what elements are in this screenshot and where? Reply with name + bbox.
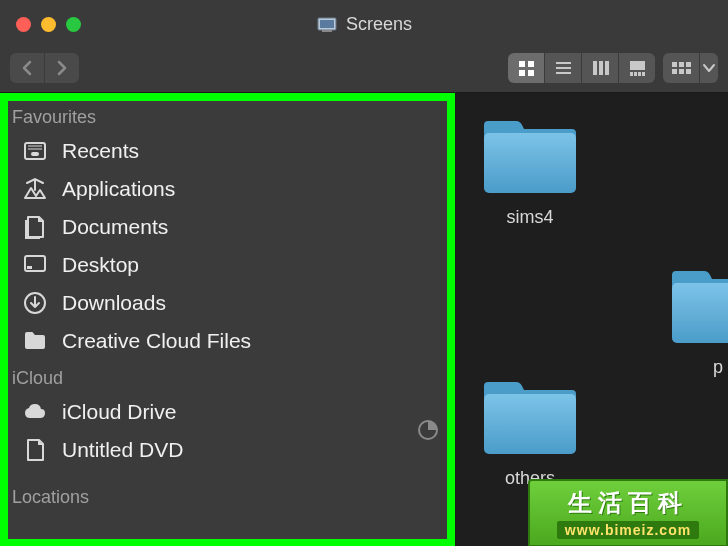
window-controls xyxy=(16,17,81,32)
folder-label: sims4 xyxy=(506,207,553,228)
documents-icon xyxy=(22,214,48,240)
view-mode-group xyxy=(508,53,655,83)
desktop-icon xyxy=(22,252,48,278)
arrange-menu-button[interactable] xyxy=(699,53,718,83)
sidebar-item-untitled-dvd[interactable]: Untitled DVD xyxy=(0,431,455,469)
disc-icon xyxy=(22,437,48,463)
arrange-icon xyxy=(669,59,694,77)
sidebar-item-creative-cloud[interactable]: Creative Cloud Files xyxy=(0,322,455,360)
sidebar-item-label: iCloud Drive xyxy=(62,400,176,424)
watermark: 生活百科 www.bimeiz.com xyxy=(528,479,728,546)
section-header-locations: Locations xyxy=(0,479,455,512)
window-title-text: Screens xyxy=(346,14,412,35)
folder-icon xyxy=(480,117,580,197)
titlebar: Screens xyxy=(0,0,728,48)
list-icon xyxy=(553,58,574,79)
arrange-button[interactable] xyxy=(663,53,699,83)
content-area: sims4 others p 生活百科 www.bimeiz.com xyxy=(456,93,728,546)
icon-view-button[interactable] xyxy=(508,53,544,83)
watermark-url: www.bimeiz.com xyxy=(557,521,699,539)
sync-progress-icon xyxy=(417,419,439,441)
close-window-button[interactable] xyxy=(16,17,31,32)
back-button[interactable] xyxy=(10,53,44,83)
sidebar-item-applications[interactable]: Applications xyxy=(0,170,455,208)
sidebar-item-label: Untitled DVD xyxy=(62,438,183,462)
forward-button[interactable] xyxy=(44,53,79,83)
minimize-window-button[interactable] xyxy=(41,17,56,32)
sidebar-item-downloads[interactable]: Downloads xyxy=(0,284,455,322)
cloud-icon xyxy=(22,399,48,425)
sidebar-item-label: Applications xyxy=(62,177,175,201)
gallery-view-button[interactable] xyxy=(618,53,655,83)
folder-icon xyxy=(22,328,48,354)
sidebar-item-desktop[interactable]: Desktop xyxy=(0,246,455,284)
arrange-group xyxy=(663,53,718,83)
sidebar-item-label: Downloads xyxy=(62,291,166,315)
nav-buttons xyxy=(10,53,79,83)
sidebar-item-label: Recents xyxy=(62,139,139,163)
folder-icon xyxy=(668,267,728,347)
recents-icon xyxy=(22,138,48,164)
window-title: Screens xyxy=(316,14,412,35)
applications-icon xyxy=(22,176,48,202)
watermark-title: 生活百科 xyxy=(568,487,688,519)
toolbar xyxy=(0,48,728,93)
sidebar-item-documents[interactable]: Documents xyxy=(0,208,455,246)
grid-icon xyxy=(516,58,537,79)
folder-item-p[interactable]: p xyxy=(668,267,728,378)
chevron-left-icon xyxy=(17,57,37,79)
sidebar-item-icloud-drive[interactable]: iCloud Drive xyxy=(0,393,455,431)
shared-folder-icon xyxy=(316,15,338,33)
gallery-icon xyxy=(627,58,648,79)
section-header-icloud: iCloud xyxy=(0,360,455,393)
list-view-button[interactable] xyxy=(544,53,581,83)
finder-window: Screens Favourites Recents xyxy=(0,0,728,546)
sidebar-item-label: Documents xyxy=(62,215,168,239)
downloads-icon xyxy=(22,290,48,316)
section-header-favourites: Favourites xyxy=(0,99,455,132)
sidebar-item-recents[interactable]: Recents xyxy=(0,132,455,170)
chevron-right-icon xyxy=(52,57,72,79)
sidebar: Favourites Recents Applications Document… xyxy=(0,93,456,546)
columns-icon xyxy=(590,58,611,79)
sidebar-item-label: Desktop xyxy=(62,253,139,277)
sidebar-item-label: Creative Cloud Files xyxy=(62,329,251,353)
chevron-down-icon xyxy=(700,59,718,77)
folder-label: p xyxy=(713,357,723,378)
folder-item-others[interactable]: others xyxy=(480,378,580,489)
fullscreen-window-button[interactable] xyxy=(66,17,81,32)
folder-icon xyxy=(480,378,580,458)
column-view-button[interactable] xyxy=(581,53,618,83)
folder-item-sims4[interactable]: sims4 xyxy=(480,117,580,228)
